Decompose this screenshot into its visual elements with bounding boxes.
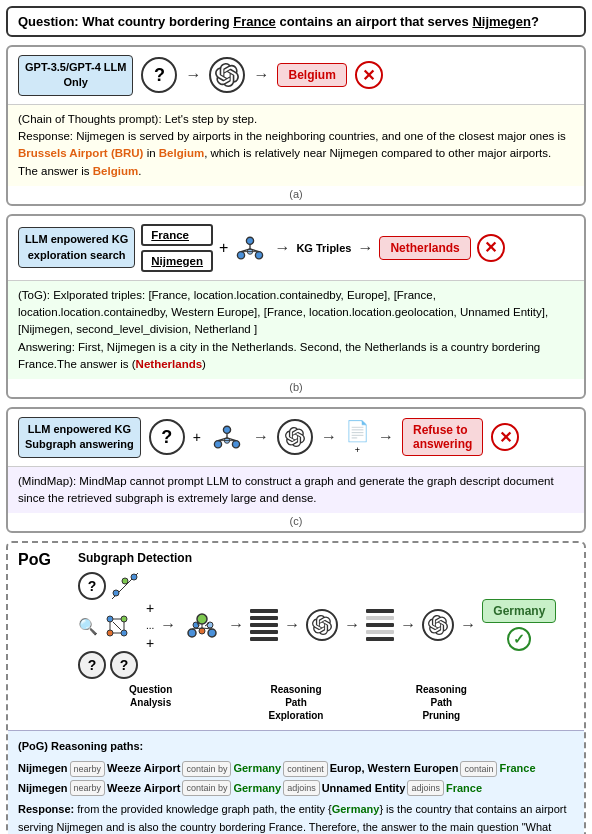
panel-c-label-line1: LLM enpowered KG <box>25 422 134 437</box>
entity-stack-b: France Nijmegen <box>141 224 213 272</box>
section-b: LLM enpowered KG exploration search Fran… <box>6 214 586 399</box>
question-prefix: Question: What country bordering <box>18 14 233 29</box>
svg-point-31 <box>208 629 216 637</box>
svg-point-20 <box>107 616 113 622</box>
reasoning-title: (PoG) Reasoning paths: <box>18 738 574 756</box>
svg-point-0 <box>247 237 254 244</box>
arrow-b: → <box>274 239 290 257</box>
network-icon-b <box>232 230 268 266</box>
x-icon-b: ✕ <box>477 234 505 262</box>
belgium-highlight-2: Belgium <box>93 165 138 177</box>
arrow-d4: → <box>344 616 360 634</box>
panel-b-label: LLM enpowered KG exploration search <box>18 227 135 268</box>
svg-point-17 <box>113 590 119 596</box>
panel-a-label-line2: Only <box>25 75 126 90</box>
result-c-line2: answering <box>413 437 472 451</box>
tog-answer: Netherlands <box>136 358 202 370</box>
lines-block <box>250 609 278 641</box>
path2-node5: France <box>446 780 482 798</box>
path2-edge1: nearby <box>70 780 106 796</box>
pog-header: PoG Subgraph Detection ? <box>8 543 584 730</box>
path1-node2: Weeze Airport <box>107 760 180 778</box>
question-row-3: ? ? <box>78 651 140 679</box>
pog-questions: ? 🔍 <box>78 571 140 679</box>
step3-label: Reasoning Path Pruning <box>406 683 476 722</box>
panel-b-flow: LLM enpowered KG exploration search Fran… <box>8 216 584 280</box>
panel-a-tag: (a) <box>8 186 584 204</box>
question-entity1: France <box>233 14 276 29</box>
main-container: Question: What country bordering France … <box>0 0 592 834</box>
panel-c-text: (MindMap): MindMap cannot prompt LLM to … <box>8 466 584 514</box>
svg-point-18 <box>122 578 128 584</box>
q-icon-2: ? <box>78 651 106 679</box>
path2-node2: Weeze Airport <box>107 780 180 798</box>
lines-left <box>250 609 278 641</box>
arrow-d1: → <box>160 616 176 634</box>
path1-node3: Germany <box>233 760 281 778</box>
arrow-c3: → <box>378 428 394 446</box>
line-row <box>250 609 278 641</box>
result-a: Belgium <box>277 63 346 87</box>
pog-label: PoG <box>18 551 68 569</box>
path-row-1: Nijmegen nearby Weeze Airport contain by… <box>18 760 574 778</box>
svg-point-23 <box>121 630 127 636</box>
path1-edge1: nearby <box>70 761 106 777</box>
plus-dot: + <box>146 600 154 616</box>
path2-node1: Nijmegen <box>18 780 68 798</box>
arrow-d6: → <box>460 616 476 634</box>
question-suffix: ? <box>531 14 539 29</box>
section-a: GPT-3.5/GPT-4 LLM Only ? → → Belgium ✕ (… <box>6 45 586 206</box>
plus-dots: + ... + <box>146 600 154 651</box>
belgium-highlight-1: Belgium <box>159 147 204 159</box>
arrow-d5: → <box>400 616 416 634</box>
result-b: Netherlands <box>379 236 470 260</box>
arrow2: → <box>253 66 269 84</box>
path1-node5: France <box>499 760 535 778</box>
subgraph-icon-top <box>110 571 140 601</box>
reasoning-panel: (PoG) Reasoning paths: Nijmegen nearby W… <box>8 730 584 834</box>
panel-b-label-line1: LLM enpowered KG <box>25 232 128 247</box>
svg-line-28 <box>113 622 121 630</box>
path1-edge4: contain <box>460 761 497 777</box>
section-c: LLM enpowered KG Subgraph answering ? + … <box>6 407 586 533</box>
pruned-lines <box>366 609 394 641</box>
panel-c-label: LLM enpowered KG Subgraph answering <box>18 417 141 458</box>
path2-node4: Unnamed Entity <box>322 780 406 798</box>
panel-c-flow: LLM enpowered KG Subgraph answering ? + … <box>8 409 584 466</box>
step2-label: Reasoning Path Exploration <box>261 683 331 722</box>
pog-main-flow: ? 🔍 <box>78 571 574 679</box>
arrow-d2: → <box>228 616 244 634</box>
panel-a-label-line1: GPT-3.5/GPT-4 LLM <box>25 60 126 75</box>
tog-answering: Answering: First, Nijmegen is a city in … <box>18 341 540 370</box>
gpt-icon-c <box>277 419 313 455</box>
question-middle: contains an airport that serves <box>276 14 473 29</box>
search-icon: 🔍 <box>78 617 98 636</box>
response-germany1: Germany <box>332 803 380 815</box>
gpt-icon-a <box>209 57 245 93</box>
response-label: Response: <box>18 803 77 815</box>
path1-edge2: contain by <box>182 761 231 777</box>
panel-a-intro: (Chain of Thoughts prompt): Let's step b… <box>18 113 257 125</box>
arrow-c2: → <box>321 428 337 446</box>
svg-point-21 <box>121 616 127 622</box>
panel-a-response-mid: in <box>143 147 158 159</box>
result-c: Refuse to answering <box>402 418 483 456</box>
panel-b-text: (ToG): Exlporated triples: [France, loca… <box>8 280 584 379</box>
svg-point-22 <box>107 630 113 636</box>
svg-point-34 <box>207 622 213 628</box>
result-check-d: Germany ✓ <box>482 599 556 651</box>
panel-b-tag: (b) <box>8 379 584 397</box>
path-row-2: Nijmegen nearby Weeze Airport contain by… <box>18 780 574 798</box>
plus-dot2: + <box>146 635 154 651</box>
response-text: Response: from the provided knowledge gr… <box>18 801 574 834</box>
doc-icon-c: 📄 + <box>345 419 370 455</box>
svg-point-30 <box>188 629 196 637</box>
svg-point-10 <box>232 441 239 448</box>
svg-point-8 <box>223 427 230 434</box>
step1-label: Question Analysis <box>116 683 186 722</box>
panel-b-label-line2: exploration search <box>25 248 128 263</box>
panel-a-response-label: Response: Nijmegen is served by airports… <box>18 130 566 142</box>
panel-a-flow: GPT-3.5/GPT-4 LLM Only ? → → Belgium ✕ <box>8 47 584 104</box>
subgraph-title: Subgraph Detection <box>78 551 574 565</box>
mindmap-text: (MindMap): MindMap cannot prompt LLM to … <box>18 475 554 504</box>
